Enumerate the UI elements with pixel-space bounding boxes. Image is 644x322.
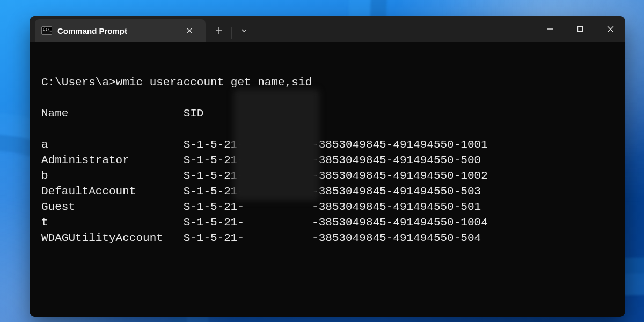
account-name: DefaultAccount xyxy=(41,184,184,199)
account-name: Administrator xyxy=(41,152,184,168)
table-row: tS-1-5-21- -3853049845-491494550-1004 xyxy=(41,215,616,230)
tab-dropdown-button[interactable] xyxy=(233,19,255,42)
maximize-button[interactable] xyxy=(565,16,595,42)
account-sid: S-1-5-21- -3853049845-491494550-1001 xyxy=(184,137,488,152)
minimize-button[interactable] xyxy=(535,16,565,42)
table-row: aS-1-5-21- -3853049845-491494550-1001 xyxy=(41,137,616,152)
command-text: wmic useraccount get name,sid xyxy=(116,75,312,90)
terminal-window: Command Prompt xyxy=(30,16,625,317)
account-sid: S-1-5-21- -3853049845-491494550-504 xyxy=(184,230,481,246)
account-name: WDAGUtilityAccount xyxy=(41,230,184,246)
account-sid: S-1-5-21- -3853049845-491494550-501 xyxy=(184,199,481,215)
account-name: b xyxy=(41,168,184,184)
terminal-output[interactable]: C:\Users\a>wmic useraccount get name,sid… xyxy=(30,42,625,317)
column-header-sid: SID xyxy=(184,106,204,121)
table-row: bS-1-5-21- -3853049845-491494550-1002 xyxy=(41,168,616,184)
table-row: AdministratorS-1-5-21- -3853049845-49149… xyxy=(41,152,616,168)
titlebar[interactable]: Command Prompt xyxy=(30,16,625,42)
account-sid: S-1-5-21- -3853049845-491494550-1002 xyxy=(184,168,488,184)
account-name: a xyxy=(41,137,184,152)
account-name: Guest xyxy=(41,199,184,215)
tab-close-button[interactable] xyxy=(182,23,197,38)
titlebar-drag-region[interactable] xyxy=(255,16,535,42)
table-row: WDAGUtilityAccountS-1-5-21- -3853049845-… xyxy=(41,230,616,246)
new-tab-button[interactable] xyxy=(208,19,230,42)
close-button[interactable] xyxy=(595,16,625,42)
svg-rect-0 xyxy=(578,27,583,32)
table-row: DefaultAccountS-1-5-21- -3853049845-4914… xyxy=(41,184,616,199)
table-row: GuestS-1-5-21- -3853049845-491494550-501 xyxy=(41,199,616,215)
account-name: t xyxy=(41,215,184,230)
account-sid: S-1-5-21- -3853049845-491494550-1004 xyxy=(184,215,488,230)
cmd-icon xyxy=(41,26,52,35)
account-sid: S-1-5-21- -3853049845-491494550-503 xyxy=(184,184,481,199)
column-header-name: Name xyxy=(41,106,184,121)
tab-title: Command Prompt xyxy=(57,26,177,35)
prompt: C:\Users\a> xyxy=(41,75,116,90)
account-sid: S-1-5-21- -3853049845-491494550-500 xyxy=(184,152,481,168)
tab-command-prompt[interactable]: Command Prompt xyxy=(35,19,206,42)
separator xyxy=(231,27,232,39)
